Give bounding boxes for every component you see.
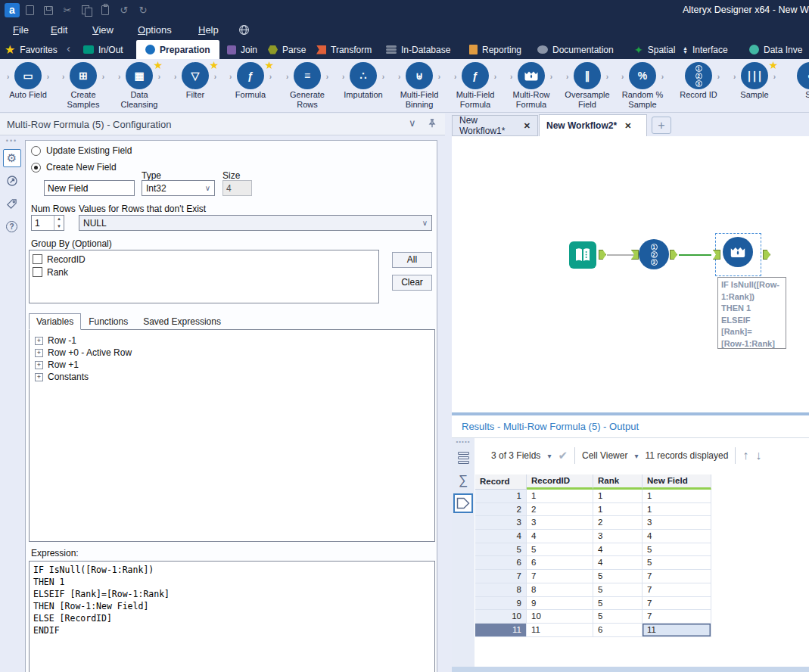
table-row[interactable]: 8857 <box>475 583 711 597</box>
stepper-up-icon[interactable]: ▲ <box>54 216 64 223</box>
radio-create-new-field[interactable]: Create New Field <box>31 162 117 173</box>
tab-variables[interactable]: Variables <box>29 313 81 330</box>
checkbox-icon[interactable] <box>33 254 42 264</box>
radio-update-existing-field[interactable]: Update Existing Field <box>31 145 132 156</box>
ribbon-tab-favorites[interactable]: ★Favorites <box>5 40 58 59</box>
expand-plus-icon[interactable]: + <box>35 361 43 369</box>
close-icon[interactable]: ✕ <box>524 121 531 131</box>
pin-icon[interactable] <box>427 118 437 131</box>
column-header-recordid[interactable]: RecordID <box>527 474 593 490</box>
new-document-icon[interactable] <box>23 5 36 17</box>
tool-data-cleansing[interactable]: ››▦★Data Cleansing <box>111 61 167 110</box>
table-row[interactable]: 5545 <box>475 543 711 557</box>
tab-saved-expressions[interactable]: Saved Expressions <box>135 313 229 330</box>
tool-multi-row-formula[interactable]: ››Multi-Row Formula <box>503 61 559 110</box>
ribbon-tab-parse[interactable]: Parse <box>268 40 306 59</box>
cut-icon[interactable]: ✂ <box>61 5 73 17</box>
values-for-missing-rows-select[interactable]: NULL∨ <box>79 215 432 231</box>
ribbon-scroll-left-icon[interactable]: ‹ <box>67 42 70 54</box>
tree-item-row-minus-1[interactable]: +Row -1 <box>35 334 431 347</box>
output-anchor-icon[interactable] <box>599 250 606 260</box>
tool-sample[interactable]: ››∣∣∣★Sample <box>727 61 783 100</box>
table-row[interactable]: 4434 <box>475 530 711 543</box>
cell-viewer-dropdown[interactable]: Cell Viewer <box>582 450 627 461</box>
navigation-icon[interactable] <box>3 172 21 190</box>
num-rows-stepper[interactable]: 1▲▼ <box>31 215 64 231</box>
ribbon-tab-reporting[interactable]: Reporting <box>469 40 521 59</box>
metadata-view-icon[interactable] <box>453 448 473 468</box>
type-select[interactable]: Int32∨ <box>142 180 215 196</box>
table-row[interactable]: 1111 <box>475 490 711 503</box>
text-input-tool-node[interactable] <box>569 241 596 269</box>
menu-help[interactable]: Help <box>198 24 219 36</box>
configuration-gear-icon[interactable]: ⚙ <box>3 149 21 167</box>
ribbon-tab-inout[interactable]: In/Out <box>83 40 123 59</box>
column-header-record[interactable]: Record <box>475 474 527 490</box>
results-splitter[interactable] <box>452 412 809 415</box>
all-button[interactable]: All <box>392 252 432 268</box>
menu-options[interactable]: Options <box>138 24 172 36</box>
input-connection-icon[interactable]: ∑ <box>453 471 473 490</box>
input-anchor-icon[interactable] <box>713 250 720 260</box>
close-icon[interactable]: ✕ <box>624 121 631 131</box>
ribbon-tab-documentation[interactable]: Documentation <box>537 40 614 59</box>
paste-icon[interactable] <box>99 5 111 17</box>
tab-functions[interactable]: Functions <box>81 313 135 330</box>
tree-item-row-plus-1[interactable]: +Row +1 <box>35 359 431 371</box>
ribbon-tab-interface[interactable]: ▲▼Interface <box>683 40 728 59</box>
drag-handle-icon[interactable]: ••• <box>0 135 23 145</box>
tool-select-partial[interactable]: ●★Se <box>783 61 809 100</box>
ribbon-tab-datainvestigation[interactable]: Data Inve <box>749 40 802 59</box>
workflow-canvas[interactable]: 1 2 3 IF IsNull([Row- 1:Rank]) THEN 1 EL… <box>452 136 809 412</box>
group-field-recordid[interactable]: RecordID <box>33 253 375 266</box>
tree-item-constants[interactable]: +Constants <box>35 371 431 383</box>
group-field-rank[interactable]: Rank <box>33 266 375 278</box>
globe-icon[interactable] <box>238 24 250 38</box>
help-icon[interactable]: ? <box>3 217 21 235</box>
add-workflow-tab-icon[interactable]: + <box>652 117 671 134</box>
chevron-down-icon[interactable]: ∨ <box>409 117 416 129</box>
tool-oversample-field[interactable]: ››∥Oversample Field <box>559 61 615 110</box>
table-row[interactable]: 3323 <box>475 516 711 530</box>
workflow-tab-1[interactable]: New Workflow1*✕ <box>452 115 538 136</box>
scroll-down-icon[interactable]: ↓ <box>755 449 761 462</box>
chevron-down-icon[interactable]: ▾ <box>634 452 638 460</box>
output-anchor-icon[interactable] <box>670 250 677 260</box>
output-connection-icon[interactable] <box>453 493 473 513</box>
copy-icon[interactable] <box>80 5 92 17</box>
menu-view[interactable]: View <box>92 24 114 36</box>
undo-icon[interactable]: ↺ <box>118 5 130 17</box>
ribbon-tab-join[interactable]: Join <box>227 40 257 59</box>
column-header-rank[interactable]: Rank <box>593 474 643 490</box>
ribbon-tab-spatial[interactable]: ✦Spatial <box>634 40 675 59</box>
tool-generate-rows[interactable]: ››≡Generate Rows <box>279 61 335 110</box>
menu-file[interactable]: File <box>13 24 29 36</box>
new-field-name-input[interactable] <box>44 180 135 196</box>
apply-check-icon[interactable]: ✔ <box>558 449 568 462</box>
ribbon-tab-indatabase[interactable]: In-Database <box>386 40 450 59</box>
tool-formula[interactable]: ››ƒ★Formula <box>222 61 278 100</box>
fields-dropdown[interactable]: 3 of 3 Fields <box>491 450 540 461</box>
tool-auto-field[interactable]: ››▭Auto Field <box>0 61 56 100</box>
expand-plus-icon[interactable]: + <box>35 337 43 345</box>
connection-wire-green[interactable] <box>679 254 711 256</box>
table-row[interactable]: 2211 <box>475 503 711 517</box>
save-icon[interactable] <box>42 5 54 17</box>
record-id-tool-node[interactable]: 1 2 3 <box>639 239 669 269</box>
tool-record-id[interactable]: ›123Record ID <box>671 61 727 100</box>
redo-icon[interactable]: ↻ <box>137 5 149 17</box>
workflow-tab-2[interactable]: New Workflow2*✕ <box>539 114 647 136</box>
tool-filter[interactable]: ››▽★Filter <box>167 61 223 100</box>
tool-random-percent-sample[interactable]: ››%Random % Sample <box>615 61 671 110</box>
tool-annotation[interactable]: IF IsNull([Row- 1:Rank]) THEN 1 ELSEIF [… <box>717 277 786 349</box>
table-row-selected[interactable]: 1111611 <box>475 624 711 637</box>
table-row[interactable]: 6645 <box>475 556 711 570</box>
scroll-up-icon[interactable]: ↑ <box>742 449 748 462</box>
tool-imputation[interactable]: ››∴Imputation <box>335 61 391 100</box>
ribbon-tab-transform[interactable]: Transform <box>316 40 372 59</box>
drag-handle-icon[interactable]: ••••• <box>452 438 475 445</box>
menu-edit[interactable]: Edit <box>51 24 67 36</box>
checkbox-icon[interactable] <box>33 267 42 277</box>
stepper-down-icon[interactable]: ▼ <box>54 223 64 231</box>
clear-button[interactable]: Clear <box>392 275 432 291</box>
